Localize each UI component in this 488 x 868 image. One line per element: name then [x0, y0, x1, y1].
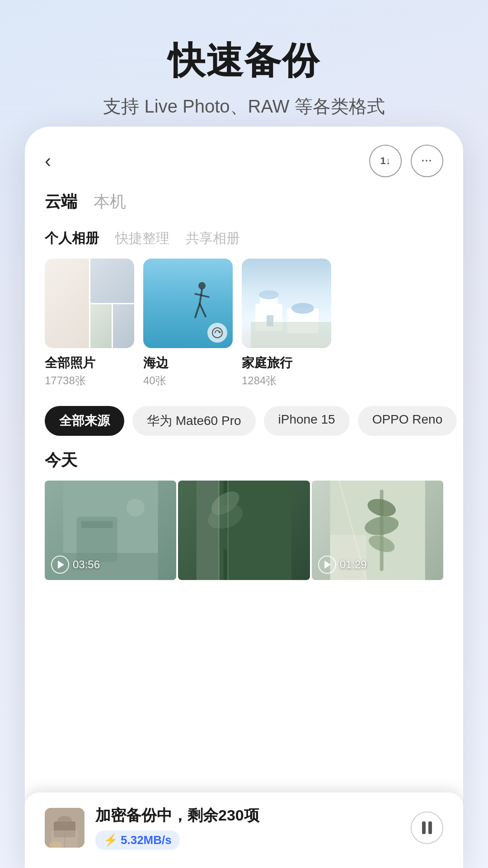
backup-thumbnail — [45, 808, 84, 848]
nav-icons: 1↓ ··· — [369, 145, 443, 177]
collage-cell-1 — [45, 259, 89, 348]
pause-bar-left — [422, 821, 426, 834]
svg-point-0 — [198, 282, 206, 289]
backup-speed-badge: ⚡ 5.32MB/s — [95, 830, 180, 850]
svg-line-3 — [195, 304, 200, 317]
pause-button[interactable] — [411, 811, 443, 844]
svg-rect-12 — [251, 322, 331, 348]
svg-point-16 — [127, 499, 145, 517]
collage-cell-3 — [90, 304, 112, 349]
travel-scene-svg — [242, 259, 331, 348]
lightning-icon: ⚡ — [103, 833, 118, 847]
svg-rect-23 — [197, 481, 219, 580]
photo-cell-2[interactable] — [178, 481, 310, 580]
phone-card: ‹ 1↓ ··· 云端 本机 个人相册 快捷整理 共享相册 — [25, 127, 463, 868]
page-subtitle: 支持 Live Photo、RAW 等各类格式 — [0, 94, 488, 119]
album-label-travel: 家庭旅行 — [242, 354, 331, 372]
filter-huawei[interactable]: 华为 Mate60 Pro — [132, 406, 256, 436]
collage-cell-2 — [90, 259, 135, 303]
pause-bar-right — [428, 821, 432, 834]
main-tabs: 云端 本机 — [25, 186, 463, 217]
sort-button[interactable]: 1↓ — [369, 145, 402, 177]
tab-local[interactable]: 本机 — [94, 191, 126, 217]
sort-icon: 1↓ — [380, 155, 390, 167]
play-button-3[interactable] — [318, 556, 336, 574]
svg-line-1 — [200, 289, 202, 304]
backup-thumb-svg — [45, 808, 84, 848]
svg-rect-15 — [81, 521, 113, 528]
video-duration-1: 03:56 — [73, 558, 100, 571]
subtab-shared-album[interactable]: 共享相册 — [186, 229, 240, 248]
sync-icon — [207, 323, 227, 343]
album-thumb-travel — [242, 259, 331, 348]
tab-cloud[interactable]: 云端 — [45, 191, 77, 217]
backup-bar: 加密备份中，剩余230项 ⚡ 5.32MB/s — [25, 793, 463, 868]
backup-info: 加密备份中，剩余230项 ⚡ 5.32MB/s — [95, 805, 400, 850]
filter-all[interactable]: 全部来源 — [45, 406, 124, 436]
photo-cell-1[interactable]: 03:56 — [45, 481, 176, 580]
svg-point-10 — [291, 303, 314, 314]
more-button[interactable]: ··· — [411, 145, 443, 177]
today-section-title: 今天 — [25, 445, 463, 481]
backup-title: 加密备份中，剩余230项 — [95, 805, 400, 826]
video-duration-3: 01:29 — [340, 558, 367, 571]
back-button[interactable]: ‹ — [45, 150, 72, 172]
album-item-all[interactable]: 全部照片 17738张 — [45, 259, 134, 388]
pause-icon — [422, 821, 432, 834]
photo-svg-2 — [178, 481, 310, 580]
album-item-travel[interactable]: 家庭旅行 1284张 — [242, 259, 331, 388]
collage-cell-4 — [113, 304, 134, 349]
photo-grid: 03:56 — [25, 481, 463, 580]
top-nav: ‹ 1↓ ··· — [25, 127, 463, 186]
page-title: 快速备份 — [0, 36, 488, 86]
play-button-1[interactable] — [51, 556, 69, 574]
album-count-sea: 40张 — [143, 373, 233, 388]
collage-cell-row — [90, 304, 135, 349]
subtab-quick-organize[interactable]: 快捷整理 — [115, 229, 169, 248]
svg-point-8 — [259, 290, 279, 299]
filter-oppo[interactable]: OPPO Reno — [358, 406, 457, 436]
filter-iphone[interactable]: iPhone 15 — [264, 406, 350, 436]
album-count-travel: 1284张 — [242, 373, 331, 388]
album-label-sea: 海边 — [143, 354, 233, 372]
photo-cell-3[interactable]: 01:29 — [312, 481, 443, 580]
svg-point-5 — [212, 328, 222, 338]
album-thumb-all — [45, 259, 134, 348]
backup-speed-text: 5.32MB/s — [121, 833, 172, 847]
sync-svg — [211, 327, 223, 339]
svg-point-36 — [57, 816, 72, 825]
album-thumb-sea — [143, 259, 233, 348]
album-count-all: 17738张 — [45, 373, 134, 388]
album-grid: 全部照片 17738张 — [25, 254, 463, 397]
more-icon: ··· — [422, 155, 432, 167]
album-item-sea[interactable]: 海边 40张 — [143, 259, 233, 388]
page-header: 快速备份 支持 Live Photo、RAW 等各类格式 — [0, 0, 488, 137]
source-filter: 全部来源 华为 Mate60 Pro iPhone 15 OPPO Reno — [25, 397, 463, 445]
sub-tabs: 个人相册 快捷整理 共享相册 — [25, 217, 463, 254]
video-badge-1: 03:56 — [51, 556, 100, 574]
video-badge-3: 01:29 — [318, 556, 367, 574]
subtab-personal-album[interactable]: 个人相册 — [45, 229, 99, 248]
svg-line-4 — [200, 304, 206, 316]
album-label-all: 全部照片 — [45, 354, 134, 372]
photo-bg-2 — [178, 481, 310, 580]
